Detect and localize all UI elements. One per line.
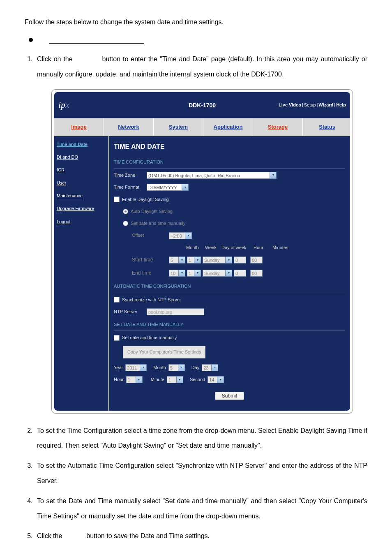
- dst-columns: Month Week Day of week Hour Minutes: [114, 243, 345, 253]
- sidebar-upgrade[interactable]: Upgrade Firmware: [57, 203, 106, 214]
- sidebar: Time and Date DI and DO ICR User Mainten…: [54, 136, 109, 411]
- sidebar-di-do[interactable]: DI and DO: [57, 152, 106, 162]
- link-live-video[interactable]: Live Video: [279, 102, 301, 107]
- bullet-placeholder: [29, 37, 367, 44]
- select-month[interactable]: 5▾: [168, 364, 185, 371]
- label-year: Year: [114, 363, 123, 373]
- tab-image[interactable]: Image: [54, 118, 104, 136]
- select-end-dow[interactable]: Sunday▾: [203, 270, 232, 277]
- brand-logo: ipx: [58, 95, 69, 116]
- label-auto-dst: Auto Daylight Saving: [131, 206, 173, 217]
- label-start-time: Start time: [114, 254, 169, 266]
- content-pane: TIME AND DATE TIME CONFIGURATION Time Zo…: [109, 136, 350, 411]
- label-minute: Minute: [151, 374, 164, 385]
- tab-status[interactable]: Status: [303, 118, 350, 136]
- label-offset: Offset: [132, 230, 169, 240]
- step1-part-a: Click on the: [37, 55, 75, 62]
- chevron-down-icon: ▾: [182, 184, 189, 191]
- select-day[interactable]: 23▾: [202, 364, 218, 371]
- section-manual-time: SET DATE AND TIME MANUALLY: [114, 319, 345, 331]
- step-4: To set the Date and Time manually select…: [35, 494, 367, 524]
- input-start-min[interactable]: 00: [250, 257, 263, 263]
- top-links: Live Video|Setup|Wizard|Help: [279, 100, 346, 110]
- select-start-week[interactable]: 1▾: [187, 257, 201, 263]
- select-start-month[interactable]: 5▾: [169, 257, 185, 263]
- tab-network[interactable]: Network: [104, 118, 154, 136]
- label-set-manual: Set date and time manually: [122, 333, 177, 343]
- sidebar-icr[interactable]: ICR: [57, 165, 106, 175]
- tab-storage[interactable]: Storage: [253, 118, 303, 136]
- chevron-down-icon: ▾: [185, 232, 192, 239]
- main-tabs: Image Network System Application Storage…: [54, 118, 350, 136]
- radio-manual-dst[interactable]: [123, 221, 128, 226]
- model-title: DDK-1700: [189, 99, 216, 112]
- select-end-month[interactable]: 10▾: [169, 270, 185, 277]
- select-time-format[interactable]: DD/MM/YYYY▾: [147, 184, 189, 191]
- steps-list: Click on the button to enter the "Time a…: [25, 52, 367, 544]
- checkbox-enable-dst[interactable]: [114, 196, 120, 202]
- label-month: Month: [153, 363, 166, 373]
- input-ntp-server[interactable]: pool.ntp.org: [147, 308, 204, 315]
- checkbox-sync-ntp[interactable]: [114, 297, 120, 303]
- step-1: Click on the button to enter the "Time a…: [35, 52, 367, 414]
- select-hour[interactable]: 1▾: [126, 376, 143, 383]
- sidebar-logout[interactable]: Logout: [57, 217, 106, 227]
- input-end-hour[interactable]: 0: [234, 270, 246, 277]
- label-sync-ntp: Synchronize with NTP Server: [122, 295, 181, 305]
- time-zone-value: (GMT-05:00) Bogota, Lima, Quito, Rio Bra…: [147, 172, 270, 179]
- intro-text: Follow the steps below to change the sys…: [25, 16, 367, 28]
- row-start-time: Start time 5▾ 1▾ Sunday▾ 0 00: [114, 254, 345, 266]
- link-help[interactable]: Help: [336, 102, 346, 107]
- label-day: Day: [191, 363, 200, 373]
- label-ntp-server: NTP Server: [114, 307, 147, 317]
- select-offset[interactable]: +2:00▾: [169, 232, 192, 239]
- time-format-value: DD/MM/YYYY: [147, 184, 182, 191]
- checkbox-set-manual[interactable]: [114, 335, 120, 341]
- section-auto-time: AUTOMATIC TIME CONFIGURATION: [114, 280, 345, 293]
- label-time-zone: Time Zone: [114, 170, 147, 180]
- step5-part-b: button to save the Date and Time setting…: [86, 532, 210, 539]
- sidebar-time-and-date[interactable]: Time and Date: [57, 139, 106, 150]
- label-end-time: End time: [114, 268, 169, 279]
- label-second: Second: [190, 374, 205, 385]
- submit-button[interactable]: Submit: [215, 392, 244, 400]
- page-title: TIME AND DATE: [114, 139, 345, 155]
- chevron-down-icon: ▾: [270, 172, 277, 179]
- tab-system[interactable]: System: [154, 118, 203, 136]
- input-end-min[interactable]: 00: [250, 270, 263, 277]
- radio-auto-dst[interactable]: [123, 209, 128, 214]
- link-wizard[interactable]: Wizard: [318, 102, 333, 107]
- step-5: Click the button to save the Date and Ti…: [35, 529, 367, 544]
- sidebar-user[interactable]: User: [57, 178, 106, 188]
- sidebar-maintenance[interactable]: Maintenance: [57, 191, 106, 201]
- button-copy-computer-time[interactable]: Copy Your Computer's Time Settings: [123, 346, 205, 358]
- select-time-zone[interactable]: (GMT-05:00) Bogota, Lima, Quito, Rio Bra…: [147, 172, 277, 179]
- tab-application[interactable]: Application: [203, 118, 253, 136]
- input-start-hour[interactable]: 0: [234, 257, 246, 263]
- bullet-underline: [49, 37, 144, 44]
- select-second[interactable]: 14▾: [208, 376, 224, 383]
- bullet-dot: [29, 38, 33, 42]
- label-enable-dst: Enable Daylight Saving: [122, 194, 169, 205]
- label-time-format: Time Format: [114, 182, 147, 192]
- step-3: To set the Automatic Time Configuration …: [35, 458, 367, 489]
- select-end-week[interactable]: 1▾: [187, 270, 201, 277]
- select-year[interactable]: 2011▾: [125, 364, 147, 371]
- label-manual-dst: Set date and time manually: [131, 218, 185, 229]
- step-2: To set the Time Configuration select a t…: [35, 423, 367, 454]
- offset-value: +2:00: [169, 232, 185, 239]
- router-ui-screenshot: ipx DDK-1700 Live Video|Setup|Wizard|Hel…: [51, 89, 353, 413]
- section-time-config: TIME CONFIGURATION: [114, 156, 345, 169]
- step1-part-b: button to enter the "Time and Date" page…: [37, 55, 367, 78]
- row-end-time: End time 10▾ 1▾ Sunday▾ 0 00: [114, 268, 345, 279]
- step5-part-a: Click the: [37, 532, 64, 539]
- label-hour: Hour: [114, 374, 124, 385]
- link-setup[interactable]: Setup: [304, 102, 316, 107]
- select-start-dow[interactable]: Sunday▾: [203, 257, 232, 263]
- ui-header: ipx DDK-1700 Live Video|Setup|Wizard|Hel…: [54, 92, 350, 118]
- select-minute[interactable]: 1▾: [167, 376, 183, 383]
